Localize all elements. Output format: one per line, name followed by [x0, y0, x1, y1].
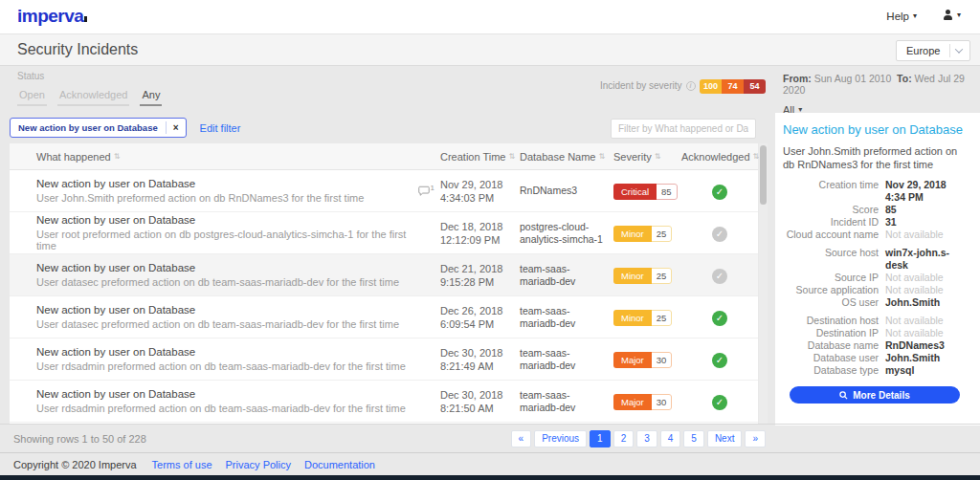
- detail-field: Destination IP Not available: [783, 327, 967, 339]
- creation-time-cell: Dec 30, 2018 8:21:49 AM: [440, 346, 520, 373]
- creation-date: Dec 26, 2018: [440, 304, 520, 317]
- table-row[interactable]: New action by user on Database User data…: [10, 296, 758, 338]
- footer-link[interactable]: Terms of use: [152, 459, 212, 470]
- help-menu[interactable]: Help ▾: [886, 11, 917, 22]
- info-icon[interactable]: i: [686, 81, 696, 91]
- severity-badge: Major 30: [613, 352, 672, 368]
- severity-summary-label: Incident by severity i: [600, 80, 696, 91]
- detail-field: Cloud account name Not available: [783, 229, 967, 241]
- detail-field-value: Not available: [885, 229, 944, 241]
- pagination-button[interactable]: 5: [683, 430, 704, 447]
- detail-field: Creation time Nov 29, 2018 4:34 PM: [783, 179, 967, 204]
- acknowledged-check-icon[interactable]: ✓: [712, 185, 727, 200]
- pagination-button[interactable]: »: [745, 430, 766, 447]
- detail-field-label: Source host: [783, 247, 879, 272]
- severity-count-badge[interactable]: 100: [700, 79, 722, 94]
- incident-title: New action by user on Database: [36, 178, 410, 189]
- status-option[interactable]: Acknowledged: [57, 89, 130, 106]
- column-header-creation-time[interactable]: Creation Time⇅: [440, 151, 520, 163]
- severity-count-badge[interactable]: 54: [744, 79, 766, 94]
- incident-title: New action by user on Database: [36, 346, 410, 358]
- column-label: Severity: [613, 151, 652, 163]
- footer-links: Terms of use Privacy Policy Documentatio…: [152, 459, 375, 470]
- detail-field: Database user John.Smith: [783, 352, 967, 364]
- close-icon[interactable]: ×: [167, 119, 186, 137]
- acknowledged-check-icon[interactable]: ✓: [712, 395, 727, 410]
- logo-mark: [84, 16, 87, 22]
- status-option[interactable]: Any: [140, 89, 162, 106]
- pagination-button[interactable]: Previous: [534, 430, 587, 447]
- severity-score: 85: [657, 184, 678, 200]
- column-header-what-happened[interactable]: What happened⇅: [36, 151, 410, 163]
- detail-field: Destination host Not available: [783, 315, 967, 327]
- severity-count-badge[interactable]: 74: [722, 79, 744, 94]
- pagination: « Previous 1 2 3 4 5 Next »: [511, 430, 766, 447]
- column-header-severity[interactable]: Severity⇅: [613, 151, 681, 163]
- column-header-database-name[interactable]: Database Name⇅: [520, 151, 613, 163]
- detail-field-label: OS user: [783, 296, 879, 309]
- user-menu[interactable]: ▾: [943, 10, 961, 21]
- pagination-button[interactable]: «: [511, 430, 532, 447]
- pagination-button[interactable]: 1: [590, 430, 611, 447]
- region-select[interactable]: Europe: [896, 40, 970, 61]
- more-details-button[interactable]: More Details: [790, 386, 960, 404]
- detail-field-value: John.Smith: [885, 352, 940, 364]
- comment-count: 1: [431, 184, 434, 192]
- acknowledged-check-icon[interactable]: ✓: [712, 269, 727, 284]
- severity-label: Major: [613, 352, 652, 368]
- creation-time-cell: Dec 30, 2018 8:21:50 AM: [440, 388, 520, 415]
- edit-filter-link[interactable]: Edit filter: [200, 122, 241, 134]
- pagination-button[interactable]: Next: [707, 430, 743, 447]
- scrollbar-thumb[interactable]: [760, 145, 767, 205]
- more-details-label: More Details: [853, 390, 909, 401]
- incident-description: User datasec preformed action on db team…: [36, 276, 410, 288]
- column-label: What happened: [36, 151, 111, 163]
- table-row[interactable]: New action by user on Database User rdsa…: [10, 338, 758, 381]
- from-date[interactable]: Sun Aug 01 2010: [814, 73, 892, 84]
- table-row[interactable]: New action by user on Database User John…: [10, 170, 758, 212]
- acknowledged-cell: ✓: [681, 182, 758, 200]
- status-option[interactable]: Open: [17, 89, 47, 106]
- creation-time-cell: Dec 26, 2018 6:09:54 PM: [440, 304, 520, 331]
- pagination-button[interactable]: 4: [660, 430, 681, 447]
- pagination-button[interactable]: 2: [613, 430, 635, 447]
- detail-field-label: Incident ID: [783, 216, 879, 229]
- what-happened-cell: New action by user on Database User data…: [36, 304, 410, 330]
- detail-field: Score 85: [783, 204, 967, 216]
- severity-cell: Major 30: [613, 392, 681, 410]
- status-option-label: Open: [19, 89, 45, 100]
- severity-label: Critical: [613, 184, 657, 200]
- acknowledged-cell: ✓: [681, 350, 758, 368]
- table-row[interactable]: New action by user on Database User rdsa…: [10, 381, 758, 423]
- footer-link[interactable]: Documentation: [304, 459, 375, 470]
- acknowledged-check-icon[interactable]: ✓: [712, 227, 727, 242]
- search-icon: [839, 391, 848, 400]
- acknowledged-check-icon[interactable]: ✓: [712, 311, 727, 326]
- from-label: From:: [783, 73, 812, 84]
- date-range-text: From: Sun Aug 01 2010 To: Wed Jul 29 202…: [783, 73, 980, 96]
- table-row[interactable]: New action by user on Database User root…: [10, 212, 758, 254]
- table-row[interactable]: New action by user on Database User data…: [10, 254, 758, 296]
- incident-description: User root preformed action on db postgre…: [36, 229, 410, 251]
- table-scrollbar[interactable]: [759, 143, 768, 424]
- acknowledged-cell: ✓: [681, 224, 758, 242]
- detail-field: Incident ID 31: [783, 216, 967, 229]
- detail-field: Source IP Not available: [783, 272, 967, 284]
- column-header-acknowledged[interactable]: Acknowledged⇅: [681, 151, 759, 163]
- to-label: To:: [897, 73, 912, 84]
- status-filter: Status Open Acknowledged Any: [17, 71, 162, 106]
- footer-link[interactable]: Privacy Policy: [226, 459, 291, 470]
- comment-indicator[interactable]: 1: [410, 185, 440, 196]
- copyright-text: Copyright © 2020 Imperva: [13, 459, 137, 470]
- search-input[interactable]: [611, 119, 756, 139]
- detail-field-label: Database name: [783, 339, 879, 352]
- imperva-logo[interactable]: imperva: [17, 6, 87, 27]
- incident-title: New action by user on Database: [36, 214, 410, 226]
- severity-summary-text: Incident by severity: [600, 80, 682, 91]
- creation-clock: 12:12:09 PM: [440, 233, 520, 247]
- detail-field-label: Creation time: [783, 179, 879, 204]
- acknowledged-check-icon[interactable]: ✓: [712, 353, 727, 368]
- detail-field-label: Cloud account name: [783, 229, 879, 241]
- pagination-button[interactable]: 3: [636, 430, 657, 447]
- status-option-label: Any: [142, 89, 160, 100]
